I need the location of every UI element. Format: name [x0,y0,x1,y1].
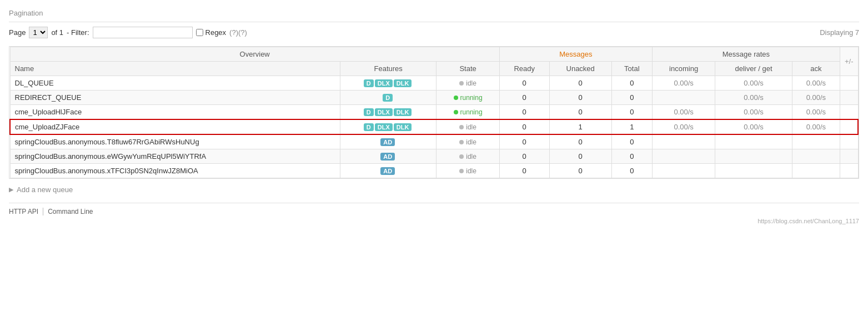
cell-adjust [840,105,858,120]
cell-name: cme_UploadZJFace [10,119,340,134]
cell-total: 0 [611,105,652,120]
th-ack: ack [792,62,840,76]
cell-name: REDIRECT_QUEUE [10,91,340,105]
cell-ack [792,134,840,149]
table-row[interactable]: cme_UploadZJFaceDDLXDLKidle0110.00/s0.00… [10,119,858,134]
cell-ready: 0 [499,134,549,149]
cell-state: idle [436,149,499,164]
cell-total: 1 [611,119,652,134]
cell-incoming [652,91,715,105]
cell-total: 0 [611,134,652,149]
idle-dot [459,81,464,86]
section-title: Pagination [9,9,859,17]
cell-incoming [652,149,715,164]
cell-ack [792,164,840,178]
cell-name: springCloudBus.anonymous.T8fluw67RrGAbiR… [10,134,340,149]
table-row[interactable]: springCloudBus.anonymous.eWGywYumREqUPl5… [10,149,858,164]
queues-table-wrapper: Overview Messages Message rates +/- Name… [9,46,859,179]
cell-name: DL_QUEUE [10,76,340,91]
cell-ready: 0 [499,149,549,164]
cell-badges: AD [340,134,436,149]
table-row[interactable]: cme_UploadHlJFaceDDLXDLKrunning0000.00/s… [10,105,858,120]
cell-state: idle [436,164,499,178]
regex-label[interactable]: Regex [196,28,227,37]
cell-adjust [840,119,858,134]
add-queue-section[interactable]: ▶ Add a new queue [9,185,859,194]
cell-deliver-get [715,149,792,164]
cell-ready: 0 [499,164,549,178]
displaying-text: Displaying 7 [820,28,859,37]
bottom-url: https://blog.csdn.net/ChanLong_1117 [9,218,859,224]
cell-incoming: 0.00/s [652,119,715,134]
cell-ack: 0.00/s [792,76,840,91]
table-row[interactable]: springCloudBus.anonymous.xTFCI3p0SN2qInw… [10,164,858,178]
cell-ack: 0.00/s [792,91,840,105]
pagination-bar: Page 1 of 1 - Filter: Regex (?)(?) Displ… [9,27,859,38]
th-state: State [436,62,499,76]
table-row[interactable]: springCloudBus.anonymous.T8fluw67RrGAbiR… [10,134,858,149]
cell-name: springCloudBus.anonymous.eWGywYumREqUPl5… [10,149,340,164]
cell-unacked: 0 [549,149,611,164]
cell-deliver-get: 0.00/s [715,119,792,134]
th-deliver-get: deliver / get [715,62,792,76]
command-line-link[interactable]: Command Line [48,208,96,215]
idle-dot [459,169,464,173]
add-queue-label: Add a new queue [17,185,73,194]
cell-incoming: 0.00/s [652,105,715,120]
cell-unacked: 0 [549,91,611,105]
cell-total: 0 [611,164,652,178]
cell-ack [792,149,840,164]
of-text: of 1 [51,28,63,37]
divider-bottom [9,203,859,203]
cell-incoming: 0.00/s [652,76,715,91]
page-label: Page [9,28,26,37]
cell-incoming [652,134,715,149]
cell-unacked: 0 [549,76,611,91]
th-features: Features [340,62,436,76]
cell-state: running [436,105,499,120]
regex-checkbox[interactable] [196,29,203,36]
regex-hint: (?)(?) [229,28,247,37]
cell-unacked: 0 [549,134,611,149]
filter-input[interactable] [93,27,193,38]
cell-adjust [840,164,858,178]
idle-dot [459,125,464,129]
cell-unacked: 0 [549,105,611,120]
th-group-rates: Message rates [652,47,840,62]
cell-ready: 0 [499,105,549,120]
th-ready: Ready [499,62,549,76]
cell-adjust [840,76,858,91]
cell-adjust [840,91,858,105]
cell-ready: 0 [499,76,549,91]
th-group-overview: Overview [10,47,499,62]
cell-ack: 0.00/s [792,105,840,120]
cell-ready: 0 [499,91,549,105]
cell-deliver-get: 0.00/s [715,105,792,120]
table-row[interactable]: DL_QUEUEDDLXDLKidle0000.00/s0.00/s0.00/s [10,76,858,91]
cell-deliver-get: 0.00/s [715,91,792,105]
th-col-adjust[interactable]: +/- [840,47,858,76]
queues-table: Overview Messages Message rates +/- Name… [9,47,859,178]
cell-deliver-get: 0.00/s [715,76,792,91]
cell-badges: DDLXDLK [340,76,436,91]
cell-deliver-get [715,134,792,149]
idle-dot [459,140,464,144]
cell-badges: AD [340,149,436,164]
idle-dot [459,154,464,159]
cell-adjust [840,149,858,164]
cell-state: idle [436,119,499,134]
th-group-messages: Messages [499,47,652,62]
cell-total: 0 [611,149,652,164]
page-select[interactable]: 1 [29,27,48,38]
cell-incoming [652,164,715,178]
table-row[interactable]: REDIRECT_QUEUEDrunning0000.00/s0.00/s [10,91,858,105]
http-api-link[interactable]: HTTP API [9,208,43,215]
cell-ack: 0.00/s [792,119,840,134]
cell-badges: DDLXDLK [340,105,436,120]
regex-text: Regex [205,28,227,37]
cell-total: 0 [611,76,652,91]
running-dot [454,96,458,100]
cell-state: idle [436,76,499,91]
cell-badges: AD [340,164,436,178]
cell-adjust [840,134,858,149]
